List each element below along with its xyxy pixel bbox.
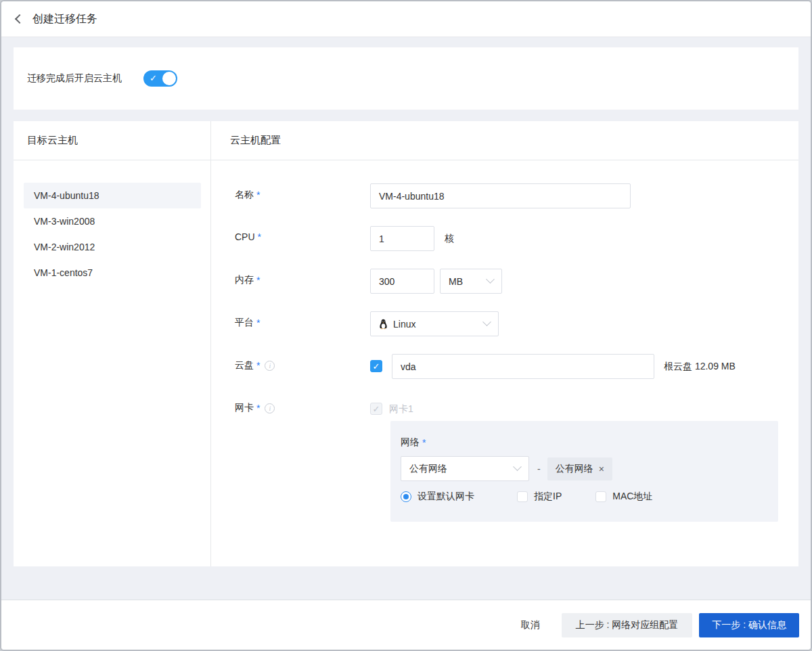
default-nic-radio-label: 设置默认网卡: [418, 491, 474, 503]
page-title: 创建迁移任务: [32, 12, 97, 26]
network-label: 网络: [401, 436, 420, 449]
chevron-down-icon: [482, 317, 491, 326]
linux-penguin-icon: [379, 319, 388, 330]
mac-address-label: MAC地址: [612, 491, 652, 503]
chevron-down-icon: [513, 462, 522, 471]
toggle-check-icon: ✓: [150, 73, 157, 84]
required-asterisk: *: [258, 231, 261, 242]
required-asterisk: *: [256, 317, 260, 328]
previous-step-button[interactable]: 上一步 : 网络对应组配置: [562, 613, 693, 637]
memory-input[interactable]: [370, 269, 434, 294]
section-headers: 目标云主机 云主机配置: [14, 121, 798, 160]
cancel-button[interactable]: 取消: [512, 613, 549, 637]
platform-label: 平台: [235, 317, 254, 329]
vm-config-form: 名称 * CPU * 核: [211, 160, 798, 566]
memory-unit-select[interactable]: MB: [440, 269, 502, 294]
nic-name-label: 网卡1: [389, 397, 413, 416]
nic-label: 网卡: [235, 402, 254, 414]
target-vm-panel-title: 目标云主机: [14, 121, 211, 160]
cpu-label: CPU: [235, 231, 255, 242]
network-tag-label: 公有网络: [556, 463, 593, 475]
required-asterisk: *: [256, 275, 260, 286]
mac-address-checkbox[interactable]: [595, 491, 606, 502]
nic-checkbox-disabled: ✓: [370, 403, 382, 415]
default-nic-radio[interactable]: [401, 491, 411, 502]
memory-unit-value: MB: [449, 276, 487, 287]
disk-controls: ✓ 根云盘 12.09 MB: [370, 354, 736, 379]
power-on-card: 迁移完成后开启云主机 ✓: [14, 47, 798, 110]
memory-label: 内存: [235, 274, 254, 286]
disk-row: 云盘 * i ✓ 根云盘 12.09 MB: [235, 354, 798, 379]
mapping-separator: -: [537, 464, 541, 474]
main-body: VM-4-ubuntu18 VM-3-win2008 VM-2-win2012 …: [14, 160, 798, 566]
info-icon: i: [265, 403, 275, 413]
vm-list-item[interactable]: VM-4-ubuntu18: [24, 183, 201, 208]
network-select-value: 公有网络: [409, 463, 514, 475]
tag-close-icon[interactable]: ×: [599, 464, 604, 474]
toggle-knob: [162, 72, 176, 85]
cpu-unit-label: 核: [445, 226, 454, 251]
root-disk-size-note: 根云盘 12.09 MB: [664, 354, 736, 379]
vm-list-item[interactable]: VM-2-win2012: [24, 234, 201, 260]
main-card: 目标云主机 云主机配置 VM-4-ubuntu18 VM-3-win2008 V…: [14, 121, 798, 566]
power-on-label: 迁移完成后开启云主机: [27, 72, 122, 85]
disk-name-input[interactable]: [392, 354, 654, 379]
network-tag: 公有网络 ×: [547, 457, 612, 480]
nic-controls: ✓ 网卡1: [370, 397, 413, 416]
network-label-cell: 网络 *: [401, 436, 768, 449]
cpu-row: CPU * 核: [235, 226, 798, 251]
platform-value: Linux: [393, 319, 484, 330]
target-vm-list: VM-4-ubuntu18 VM-3-win2008 VM-2-win2012 …: [14, 160, 211, 566]
wizard-footer: 取消 上一步 : 网络对应组配置 下一步 : 确认信息: [1, 600, 811, 650]
network-mapping-row: 公有网络 - 公有网络 ×: [401, 456, 768, 481]
page-content: 迁移完成后开启云主机 ✓ 目标云主机 云主机配置 VM-4-ubuntu18 V…: [1, 37, 811, 600]
name-label: 名称: [235, 189, 254, 201]
vm-list-item[interactable]: VM-1-centos7: [24, 260, 201, 286]
memory-row: 内存 * MB: [235, 269, 798, 294]
cpu-input[interactable]: [370, 226, 434, 251]
memory-label-cell: 内存 *: [235, 269, 370, 286]
required-asterisk: *: [256, 360, 260, 371]
platform-row: 平台 *: [235, 311, 798, 336]
required-asterisk: *: [256, 189, 260, 200]
network-select[interactable]: 公有网络: [401, 456, 529, 481]
disk-checkbox[interactable]: ✓: [370, 360, 382, 372]
nic-label-cell: 网卡 * i: [235, 397, 370, 414]
create-migration-task-page: 创建迁移任务 迁移完成后开启云主机 ✓ 目标云主机 云主机配置 VM-4-ubu…: [0, 0, 812, 651]
required-asterisk: *: [256, 403, 260, 413]
vm-list-item[interactable]: VM-3-win2008: [24, 208, 201, 234]
power-on-toggle[interactable]: ✓: [143, 70, 177, 87]
name-row: 名称 *: [235, 183, 798, 208]
nic-options-row: 设置默认网卡 指定IP MAC地址: [401, 491, 768, 503]
disk-label: 云盘: [235, 359, 254, 372]
assign-ip-label: 指定IP: [534, 491, 562, 503]
name-label-cell: 名称 *: [235, 183, 370, 201]
platform-select[interactable]: Linux: [370, 311, 499, 336]
assign-ip-checkbox[interactable]: [517, 491, 528, 502]
vm-config-panel-title: 云主机配置: [211, 121, 798, 160]
next-step-button[interactable]: 下一步 : 确认信息: [699, 613, 799, 637]
required-asterisk: *: [422, 437, 426, 448]
back-icon[interactable]: [15, 14, 24, 24]
disk-label-cell: 云盘 * i: [235, 354, 370, 372]
chevron-down-icon: [486, 275, 495, 284]
nic-row: 网卡 * i ✓ 网卡1: [235, 397, 798, 422]
page-header: 创建迁移任务: [1, 1, 811, 37]
name-input[interactable]: [370, 183, 631, 208]
checkbox-check-icon: ✓: [373, 404, 380, 414]
cpu-label-cell: CPU *: [235, 226, 370, 242]
platform-label-cell: 平台 *: [235, 311, 370, 329]
checkbox-check-icon: ✓: [373, 361, 380, 372]
info-icon: i: [265, 361, 275, 371]
nic-network-panel: 网络 * 公有网络 - 公有网络 ×: [390, 421, 778, 522]
